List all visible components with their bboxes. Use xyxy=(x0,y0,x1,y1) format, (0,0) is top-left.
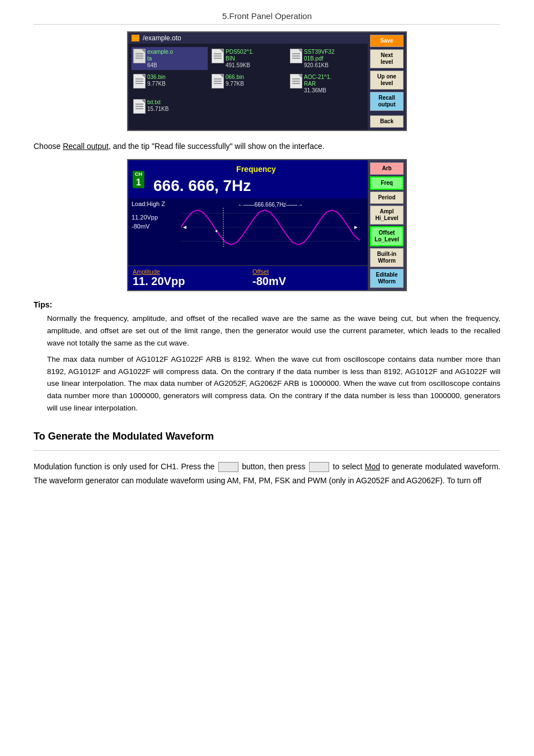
wf-freq-line: ←——666.666,7Hz——→ xyxy=(177,200,363,208)
wf-sidebar: Arb Freq Period AmplHi_Level OffsetLo_Le… xyxy=(368,160,406,290)
waveform-display: CH 1 Frequency 666. 666, 7Hz Load:High Z… xyxy=(127,159,407,291)
svg-text:◄: ◄ xyxy=(182,224,188,230)
file-item-5[interactable]: AOC-21^1.RAR 31.36MB xyxy=(288,72,364,95)
wf-ampl-button[interactable]: AmplHi_Level xyxy=(370,206,404,225)
file-info-2: SST39VF3201B.pdf 920.61KB xyxy=(304,49,334,68)
save-button[interactable]: Save xyxy=(370,35,404,47)
file-info-1: PDS502^1.BIN 491.59KB xyxy=(226,49,254,68)
wf-freq-value: 666. 666, 7Hz xyxy=(149,176,363,196)
wf-param-label: Frequency xyxy=(149,162,363,176)
file-browser-main: /example.oto example.ota 64B xyxy=(128,32,368,130)
file-item-2[interactable]: SST39VF3201B.pdf 920.61KB xyxy=(288,47,364,70)
file-browser: /example.oto example.ota 64B xyxy=(127,31,407,131)
wf-main: CH 1 Frequency 666. 666, 7Hz Load:High Z… xyxy=(128,160,368,290)
page-title: 5.Front Panel Operation xyxy=(34,11,500,25)
recall-output-text: Recall output xyxy=(63,142,109,151)
wf-canvas-area: Load:High Z 11.20Vpp -80mV ←——666.666,7H… xyxy=(128,198,368,265)
wf-offset-value-bottom: -80mV xyxy=(252,275,363,288)
wf-amplitude-item: Amplitude 11. 20Vpp xyxy=(128,265,248,290)
wf-offset-label-bottom: Offset xyxy=(252,268,363,275)
wf-offset-button[interactable]: OffsetLo_Level xyxy=(370,226,404,246)
recall-output-button[interactable]: Recalloutput xyxy=(370,92,404,111)
fb-path: /example.oto xyxy=(143,34,181,42)
fb-sidebar: Save Nextlevel Up onelevel Recalloutput … xyxy=(368,32,406,130)
folder-icon-0 xyxy=(133,49,146,63)
waveform-display-container: CH 1 Frequency 666. 666, 7Hz Load:High Z… xyxy=(34,159,500,291)
wf-bottom: Amplitude 11. 20Vpp Offset -80mV xyxy=(128,265,368,290)
svg-text:►: ► xyxy=(353,224,359,230)
file-item-6[interactable]: txt.txt 15.71KB xyxy=(132,97,208,115)
section-divider xyxy=(34,450,500,451)
file-info-3: 036.bin 9.77KB xyxy=(147,74,166,87)
tips-para-0: Normally the frequency, amplitude, and o… xyxy=(47,312,500,349)
file-icon-4 xyxy=(212,74,224,88)
fb-titlebar: /example.oto xyxy=(128,32,368,44)
mod-para: Modulation function is only used for CH1… xyxy=(34,460,500,488)
fb-title-icon xyxy=(132,35,139,41)
file-item-1[interactable]: PDS502^1.BIN 491.59KB xyxy=(210,47,286,70)
wf-amplitude-value: 11. 20Vpp xyxy=(133,275,243,288)
file-icon-5 xyxy=(290,74,302,88)
back-button[interactable]: Back xyxy=(370,115,404,128)
mod-button-box-2 xyxy=(309,462,329,472)
file-item-4[interactable]: 066.bin 9.77KB xyxy=(210,72,286,95)
wf-ampl-label: 11.20Vpp xyxy=(132,214,158,221)
file-info-5: AOC-21^1.RAR 31.36MB xyxy=(304,74,331,94)
next-level-button[interactable]: Nextlevel xyxy=(370,49,404,68)
channel-badge: CH 1 xyxy=(133,171,144,188)
file-info-6: txt.txt 15.71KB xyxy=(147,99,168,112)
tips-title: Tips: xyxy=(34,300,500,309)
file-browser-container: /example.oto example.ota 64B xyxy=(34,31,500,131)
intro-text: Choose Recall output, and the tip "Read … xyxy=(34,140,500,152)
wf-period-button[interactable]: Period xyxy=(370,192,404,204)
wf-offset-item: Offset -80mV xyxy=(248,265,368,290)
file-icon-1 xyxy=(212,49,224,63)
tips-section: Tips: Normally the frequency, amplitude,… xyxy=(34,300,500,414)
file-info-0: example.ota 64B xyxy=(147,49,173,68)
file-icon-2 xyxy=(290,49,302,63)
fb-files-grid: example.ota 64B PDS502^1.BIN 491.59KB xyxy=(128,44,368,119)
file-item-3[interactable]: 036.bin 9.77KB xyxy=(132,72,208,95)
file-icon-6 xyxy=(133,99,146,114)
file-info-4: 066.bin 9.77KB xyxy=(226,74,244,87)
modulation-section: To Generate the Modulated Waveform Modul… xyxy=(34,431,500,488)
wf-freq-button[interactable]: Freq xyxy=(370,176,404,190)
modulation-title: To Generate the Modulated Waveform xyxy=(34,431,500,442)
wf-editable-button[interactable]: EditableWform xyxy=(370,269,404,288)
mod-button-box-1 xyxy=(218,462,238,472)
wf-builtin-button[interactable]: Built-inWform xyxy=(370,248,404,267)
wf-load-label: Load:High Z xyxy=(132,200,165,207)
wf-offset-label: -80mV xyxy=(132,223,149,230)
wf-amplitude-label: Amplitude xyxy=(133,268,243,275)
wf-arb-button[interactable]: Arb xyxy=(370,162,404,175)
mod-text: Mod xyxy=(365,462,380,471)
svg-text:✦: ✦ xyxy=(214,228,219,234)
file-icon-3 xyxy=(133,74,146,88)
file-item-0[interactable]: example.ota 64B xyxy=(132,47,208,70)
wf-wave-svg: ◄ ► ✦ xyxy=(181,208,360,247)
tips-para-1: The max data number of AG1012F AG1022F A… xyxy=(47,353,500,414)
up-one-level-button[interactable]: Up onelevel xyxy=(370,71,404,90)
